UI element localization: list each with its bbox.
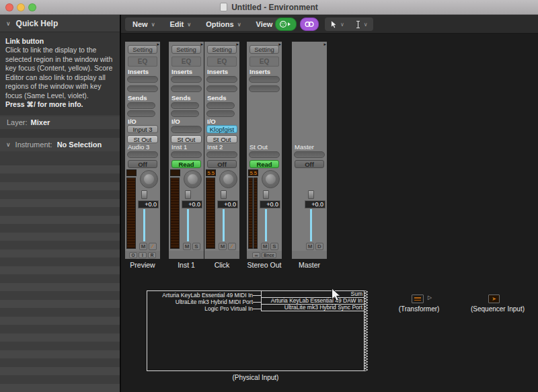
mute-button[interactable]: M — [306, 243, 314, 250]
output-button[interactable]: St Out — [171, 135, 202, 143]
group-slot[interactable] — [171, 151, 202, 158]
setting-button[interactable]: Setting — [171, 45, 201, 54]
text-tool-button[interactable]: ∨ — [350, 17, 373, 31]
eq-button[interactable]: EQ — [249, 56, 279, 67]
input-slot[interactable] — [171, 126, 202, 133]
transformer-output-connector-icon[interactable]: ▷ — [428, 295, 432, 301]
send-slot[interactable] — [171, 102, 199, 109]
fader-track[interactable] — [265, 209, 267, 241]
channel-strip[interactable]: ▸SettingEQInsertsSendsI/OInput 3St OutAu… — [125, 42, 160, 259]
channel-name-label: Inst 2 — [207, 143, 223, 151]
mute-button[interactable]: M — [139, 243, 147, 250]
insert-slot[interactable] — [206, 85, 237, 92]
group-slot[interactable] — [294, 151, 325, 158]
pan-knob[interactable] — [184, 170, 202, 188]
fader-handle[interactable] — [185, 190, 191, 199]
tool-buttons: ∨ ∨ — [325, 17, 373, 31]
strip-option-button[interactable]: I — [139, 252, 147, 258]
insert-slot[interactable] — [249, 85, 280, 92]
fader-handle[interactable] — [263, 190, 269, 199]
ibeam-icon — [355, 20, 361, 29]
insert-slot[interactable] — [206, 76, 237, 83]
input-button[interactable]: Input 3 — [127, 125, 158, 133]
group-slot[interactable] — [127, 151, 158, 158]
solo-button[interactable]: ∕ — [228, 243, 236, 250]
strip-option-button[interactable]: R — [148, 252, 156, 258]
input-button[interactable]: Klopfgist — [206, 125, 237, 133]
automation-button[interactable]: Read — [171, 160, 201, 168]
pointer-tool-button[interactable]: ∨ — [325, 17, 350, 31]
physical-input-port-label[interactable]: Logic Pro Virtual In — [147, 305, 253, 312]
send-slot[interactable] — [206, 102, 235, 109]
group-slot[interactable] — [249, 151, 280, 158]
transformer-icon[interactable] — [412, 295, 424, 303]
help-topic-body: Click to link the display to the selecte… — [5, 46, 114, 100]
physical-input-port-label[interactable]: UltraLite mk3 Hybrid MIDI Port — [147, 299, 253, 305]
mute-button[interactable]: M — [183, 243, 191, 250]
fader-track[interactable] — [223, 209, 225, 241]
automation-button[interactable]: Off — [295, 160, 324, 168]
pan-knob[interactable] — [219, 170, 237, 188]
link-button[interactable] — [300, 17, 319, 31]
midi-thru-button[interactable] — [275, 17, 297, 31]
instrument-row[interactable]: ∨ Instrument: No Selection — [0, 138, 120, 151]
insert-slot[interactable] — [127, 76, 158, 83]
strip-option-button[interactable]: Bnce — [262, 252, 276, 258]
setting-button[interactable]: Setting — [207, 45, 237, 54]
sidebar-empty-rows — [0, 165, 120, 392]
menu-edit[interactable]: Edit ∨ — [162, 17, 198, 31]
connected-port-label[interactable]: Arturia KeyLab Essential 49 DAW In — [262, 298, 364, 305]
eq-button[interactable]: EQ — [207, 56, 237, 67]
fader-handle[interactable] — [308, 190, 314, 199]
menu-options-label: Options — [206, 20, 234, 28]
strip-option-button[interactable]: ∞ — [252, 252, 260, 258]
mute-button[interactable]: M — [261, 243, 269, 250]
solo-button[interactable]: S — [192, 243, 200, 250]
output-button[interactable]: St Out — [206, 135, 237, 143]
pan-knob[interactable] — [140, 170, 158, 188]
channel-strip[interactable]: ▸SettingEQInsertsSendsI/OSt OutInst 1Rea… — [169, 42, 204, 259]
channel-strip[interactable]: ▸SettingEQInsertsSt OutRead5.5+0.0MS∞Bnc… — [247, 42, 282, 259]
eq-button[interactable]: EQ — [171, 56, 201, 67]
solo-button[interactable]: S — [270, 243, 278, 250]
connector-zigzag[interactable] — [364, 290, 369, 372]
send-slot[interactable] — [127, 102, 155, 109]
insert-slot[interactable] — [127, 85, 158, 92]
menu-new[interactable]: New ∨ — [125, 17, 162, 31]
fader-handle[interactable] — [221, 190, 227, 199]
send-slot[interactable] — [206, 110, 235, 117]
automation-button[interactable]: Read — [249, 160, 279, 168]
connected-port-label[interactable]: Sum — [262, 291, 364, 298]
fader-track[interactable] — [143, 209, 145, 241]
pan-knob[interactable] — [262, 170, 280, 188]
environment-canvas[interactable]: ▸SettingEQInsertsSendsI/OInput 3St OutAu… — [121, 34, 538, 392]
connected-port-label[interactable]: UltraLite mk3 Hybrid Sync Port — [262, 305, 364, 311]
setting-button[interactable]: Setting — [249, 45, 279, 54]
solo-button[interactable]: ∕ — [149, 243, 157, 250]
insert-slot[interactable] — [249, 76, 280, 83]
insert-slot[interactable] — [171, 85, 202, 92]
quick-help-header[interactable]: ∨ Quick Help — [0, 15, 120, 32]
automation-button[interactable]: Off — [128, 160, 157, 168]
solo-button[interactable]: D — [315, 243, 323, 250]
group-slot[interactable] — [206, 151, 237, 158]
mute-button[interactable]: M — [219, 243, 227, 250]
physical-input-port-label[interactable]: Arturia KeyLab Essential 49 MIDI In — [147, 292, 253, 299]
send-slot[interactable] — [127, 110, 155, 117]
fader-track[interactable] — [187, 209, 189, 241]
eq-button[interactable]: EQ — [128, 56, 157, 67]
fader-track[interactable] — [310, 209, 312, 241]
output-button[interactable]: St Out — [127, 135, 158, 143]
fader-handle[interactable] — [141, 190, 147, 199]
channel-strip[interactable]: ▸SettingEQInsertsSendsI/OKlopfgistSt Out… — [204, 42, 239, 259]
strip-option-button[interactable]: O — [129, 252, 137, 258]
sequencer-input-icon[interactable]: ➤ — [488, 295, 500, 303]
send-slot[interactable] — [171, 110, 199, 117]
insert-slot[interactable] — [171, 76, 202, 83]
automation-button[interactable]: Off — [207, 160, 237, 168]
setting-button[interactable]: Setting — [128, 45, 157, 54]
channel-strip[interactable]: ▸MasterOff+0.0MD — [292, 42, 327, 259]
physical-input-box[interactable]: Arturia KeyLab Essential 49 MIDI InUltra… — [147, 290, 364, 371]
layer-row[interactable]: Layer: Mixer — [0, 116, 120, 129]
menu-options[interactable]: Options ∨ — [198, 17, 248, 31]
